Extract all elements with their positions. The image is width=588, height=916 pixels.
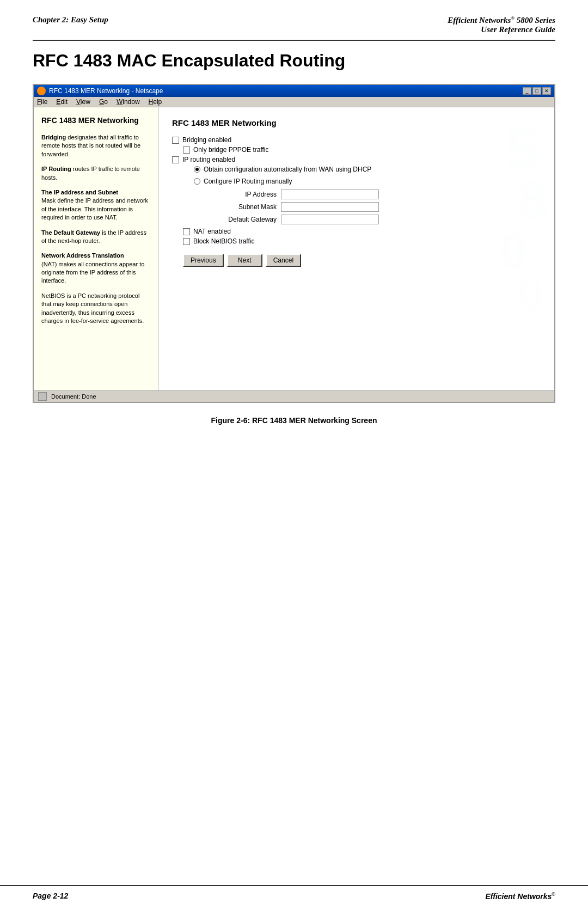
- checkbox-bridging-row: Bridging enabled: [172, 136, 541, 144]
- checkbox-iprouting-row: IP routing enabled: [172, 156, 541, 163]
- checkbox-netbios-row: Block NetBIOS traffic: [183, 237, 541, 245]
- browser-statusbar: Document: Done: [34, 390, 554, 402]
- header-chapter: Chapter 2: Easy Setup: [33, 15, 108, 25]
- sidebar-para-nat: Network Address Translation (NAT) makes …: [41, 252, 151, 285]
- ip-address-row: IP Address: [216, 190, 541, 199]
- sidebar-heading: RFC 1483 MER Networking: [41, 116, 151, 125]
- header-product: Efficient Networks® 5800 Series User Ref…: [448, 15, 555, 34]
- checkbox-iprouting[interactable]: [172, 156, 179, 163]
- button-row: Previous Next Cancel: [183, 254, 541, 267]
- restore-button[interactable]: □: [532, 87, 541, 95]
- browser-content: RFC 1483 MER Networking Bridging designa…: [34, 107, 554, 390]
- browser-window: RFC 1483 MER Networking - Netscape _ □ ✕…: [33, 84, 555, 403]
- subnet-mask-input[interactable]: [281, 202, 379, 212]
- statusbar-text: Document: Done: [51, 393, 96, 400]
- sidebar-para-gateway: The Default Gateway is the IP address of…: [41, 229, 151, 246]
- default-gateway-row: Default Gateway: [216, 215, 541, 224]
- form-title: RFC 1483 MER Networking: [172, 118, 541, 127]
- browser-title: RFC 1483 MER Networking - Netscape: [49, 87, 163, 95]
- cancel-button[interactable]: Cancel: [266, 254, 301, 267]
- checkbox-bridging-label[interactable]: Bridging enabled: [172, 136, 231, 144]
- figure-caption: Figure 2-6: RFC 1483 MER Networking Scre…: [33, 416, 555, 425]
- next-button[interactable]: Next: [227, 254, 262, 267]
- menu-file[interactable]: File: [37, 98, 47, 106]
- menu-window[interactable]: Window: [117, 98, 140, 106]
- menu-edit[interactable]: Edit: [56, 98, 68, 106]
- sidebar-para-bridging: Bridging designates that all traffic to …: [41, 133, 151, 158]
- titlebar-left: RFC 1483 MER Networking - Netscape: [37, 87, 163, 95]
- browser-titlebar: RFC 1483 MER Networking - Netscape _ □ ✕: [34, 85, 554, 97]
- radio-manual-label[interactable]: Configure IP Routing manually: [194, 178, 292, 185]
- menu-view[interactable]: View: [76, 98, 90, 106]
- radio-manual-row: Configure IP Routing manually: [194, 178, 541, 187]
- radio-auto[interactable]: [194, 166, 200, 173]
- radio-manual[interactable]: [194, 178, 200, 185]
- checkbox-pppoe[interactable]: [183, 146, 190, 154]
- browser-menubar: File Edit View Go Window Help: [34, 97, 554, 107]
- checkbox-netbios[interactable]: [183, 238, 190, 245]
- subnet-mask-label: Subnet Mask: [216, 203, 281, 211]
- checkbox-nat-label[interactable]: NAT enabled: [183, 228, 231, 235]
- statusbar-icon: [38, 392, 47, 401]
- checkbox-nat[interactable]: [183, 228, 190, 235]
- page-footer: Page 2-12 Efficient Networks®: [0, 885, 588, 901]
- sidebar-para-ipaddress: The IP address and Subnet Mask define th…: [41, 188, 151, 222]
- ip-address-label: IP Address: [216, 191, 281, 198]
- radio-auto-label[interactable]: Obtain configuration automatically from …: [194, 166, 371, 173]
- browser-sidebar: RFC 1483 MER Networking Bridging designa…: [34, 107, 159, 390]
- default-gateway-label: Default Gateway: [216, 216, 281, 223]
- previous-button[interactable]: Previous: [183, 254, 224, 267]
- checkbox-netbios-label[interactable]: Block NetBIOS traffic: [183, 237, 254, 245]
- menu-help[interactable]: Help: [149, 98, 162, 106]
- checkbox-pppoe-label[interactable]: Only bridge PPPOE traffic: [183, 146, 269, 154]
- browser-icon: [37, 87, 46, 95]
- subnet-mask-row: Subnet Mask: [216, 202, 541, 212]
- header-divider: [33, 40, 555, 41]
- checkbox-bridging[interactable]: [172, 137, 179, 144]
- checkbox-nat-row: NAT enabled: [183, 228, 541, 235]
- footer-brand: Efficient Networks®: [485, 891, 555, 901]
- minimize-button[interactable]: _: [523, 87, 531, 95]
- checkbox-iprouting-label[interactable]: IP routing enabled: [172, 156, 235, 163]
- page-title: RFC 1483 MAC Encapsulated Routing: [33, 51, 555, 71]
- default-gateway-input[interactable]: [281, 215, 379, 224]
- page-header: Chapter 2: Easy Setup Efficient Networks…: [0, 0, 588, 40]
- menu-go[interactable]: Go: [99, 98, 108, 106]
- radio-auto-row: Obtain configuration automatically from …: [194, 166, 541, 175]
- footer-page: Page 2-12: [33, 891, 68, 901]
- close-button[interactable]: ✕: [542, 87, 551, 95]
- ip-address-input[interactable]: [281, 190, 379, 199]
- browser-main: 5 8 0 0 RFC 1483 MER Networking Bridging…: [159, 107, 554, 390]
- titlebar-buttons: _ □ ✕: [523, 87, 551, 95]
- sidebar-para-iprouting: IP Routing routes IP traffic to remote h…: [41, 165, 151, 182]
- sidebar-para-netbios: NetBIOS is a PC networking protocol that…: [41, 292, 151, 326]
- checkbox-pppoe-row: Only bridge PPPOE traffic: [183, 146, 541, 154]
